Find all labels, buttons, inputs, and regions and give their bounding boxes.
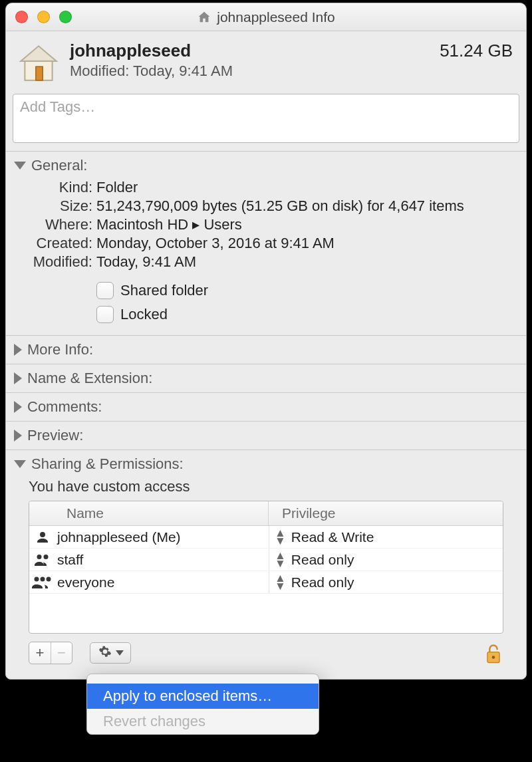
svg-point-3 (35, 576, 39, 581)
info-window: johnappleseed Info johnappleseed Modifie… (5, 3, 527, 680)
user-icon (29, 574, 56, 590)
user-icon (29, 552, 56, 568)
action-menu-button[interactable] (90, 642, 131, 664)
where-label: Where: (14, 216, 92, 233)
header: johnappleseed Modified: Today, 9:41 AM 5… (6, 31, 526, 84)
privilege-cell[interactable]: ▲▼Read only (269, 571, 503, 593)
permission-name: johnappleseed (Me) (56, 529, 269, 545)
stepper-icon: ▲▼ (269, 574, 291, 590)
menu-revert-changes[interactable]: Revert changes (87, 709, 319, 734)
add-button[interactable]: + (29, 642, 51, 664)
kind-value: Folder (96, 179, 518, 196)
kind-label: Kind: (14, 179, 92, 196)
tags-input[interactable]: Add Tags… (13, 94, 519, 143)
chevron-right-icon (14, 430, 22, 442)
table-row[interactable]: everyone▲▼Read only (29, 571, 503, 594)
section-preview: Preview: (6, 421, 526, 449)
permission-name: everyone (56, 574, 269, 590)
general-header[interactable]: General: (14, 157, 518, 174)
stepper-icon: ▲▼ (269, 529, 291, 545)
section-name-extension: Name & Extension: (6, 364, 526, 392)
access-line: You have custom access (29, 478, 518, 495)
svg-point-5 (47, 576, 51, 581)
locked-label: Locked (120, 306, 168, 323)
action-menu: Apply to enclosed items… Revert changes (86, 674, 319, 735)
add-remove-group: + − (29, 642, 72, 664)
privilege-cell[interactable]: ▲▼Read & Write (269, 526, 503, 548)
shared-folder-checkbox[interactable] (96, 282, 114, 299)
remove-button[interactable]: − (51, 642, 72, 664)
locked-checkbox[interactable] (96, 306, 114, 323)
lock-icon[interactable] (483, 643, 503, 663)
section-comments: Comments: (6, 392, 526, 421)
created-label: Created: (14, 235, 92, 252)
shared-folder-label: Shared folder (120, 282, 208, 299)
permissions-footer: + − (14, 642, 518, 674)
home-folder-icon (15, 41, 62, 84)
modified-value: Today, 9:41 AM (96, 253, 518, 271)
svg-point-4 (41, 576, 45, 581)
item-name: johnappleseed (70, 41, 433, 61)
preview-header[interactable]: Preview: (14, 427, 518, 444)
privilege-cell[interactable]: ▲▼Read only (269, 549, 503, 571)
chevron-right-icon (14, 344, 22, 356)
size-value: 51,243,790,009 bytes (51.25 GB on disk) … (96, 197, 518, 215)
size-label: Size: (14, 197, 92, 215)
chevron-down-icon (14, 162, 26, 170)
modified-label: Modified: (14, 253, 92, 271)
created-value: Monday, October 3, 2016 at 9:41 AM (96, 235, 518, 252)
permission-name: staff (56, 552, 269, 568)
sharing-title: Sharing & Permissions: (31, 455, 184, 473)
chevron-right-icon (14, 401, 22, 413)
permissions-table: Name Privilege johnappleseed (Me)▲▼Read … (29, 501, 503, 634)
minimize-button[interactable] (37, 11, 50, 23)
column-name[interactable]: Name (29, 501, 269, 525)
caret-down-icon (116, 650, 124, 656)
more-info-header[interactable]: More Info: (14, 341, 518, 358)
column-privilege[interactable]: Privilege (269, 501, 503, 525)
privilege-value: Read & Write (291, 529, 374, 545)
preview-title: Preview: (27, 427, 83, 444)
svg-marker-0 (21, 46, 57, 61)
more-info-title: More Info: (27, 341, 93, 358)
user-icon (29, 529, 56, 545)
name-ext-header[interactable]: Name & Extension: (14, 370, 518, 387)
chevron-right-icon (14, 372, 22, 384)
table-row[interactable]: johnappleseed (Me)▲▼Read & Write (29, 526, 503, 549)
zoom-button[interactable] (59, 11, 72, 23)
stepper-icon: ▲▼ (269, 552, 291, 568)
modified-line: Modified: Today, 9:41 AM (70, 63, 433, 80)
svg-rect-2 (36, 66, 43, 80)
titlebar[interactable]: johnappleseed Info (6, 3, 526, 31)
comments-header[interactable]: Comments: (14, 398, 518, 416)
home-icon (197, 10, 211, 25)
item-size: 51.24 GB (440, 41, 513, 61)
menu-apply-enclosed[interactable]: Apply to enclosed items… (87, 684, 319, 709)
gear-icon (98, 645, 112, 662)
window-controls (15, 11, 72, 23)
section-general: General: Kind:Folder Size:51,243,790,009… (6, 151, 526, 335)
comments-title: Comments: (27, 398, 102, 416)
close-button[interactable] (15, 11, 28, 23)
privilege-value: Read only (291, 574, 354, 590)
where-value: Macintosh HD ▸ Users (96, 216, 518, 233)
general-title: General: (31, 157, 87, 174)
privilege-value: Read only (291, 552, 354, 568)
name-ext-title: Name & Extension: (27, 370, 152, 387)
section-more-info: More Info: (6, 335, 526, 364)
window-title: johnappleseed Info (217, 9, 335, 25)
section-sharing: Sharing & Permissions: You have custom a… (6, 449, 526, 679)
svg-point-7 (492, 656, 495, 659)
chevron-down-icon (14, 460, 26, 468)
sharing-header[interactable]: Sharing & Permissions: (14, 455, 518, 473)
table-row[interactable]: staff▲▼Read only (29, 549, 503, 571)
